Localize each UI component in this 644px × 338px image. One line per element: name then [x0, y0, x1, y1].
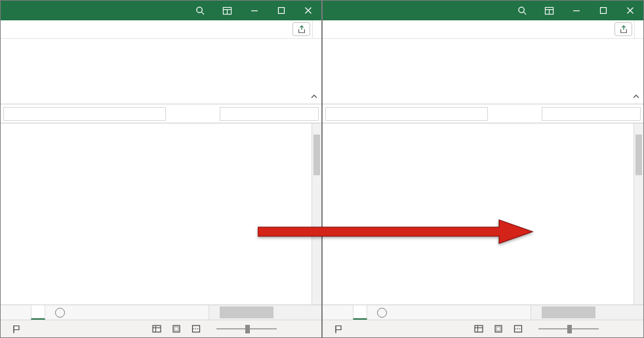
spreadsheet-grid	[323, 123, 634, 305]
scroll-up-icon[interactable]	[312, 123, 321, 133]
excel-window-left	[0, 0, 322, 338]
sheet-tab-bar	[1, 305, 321, 320]
collapse-ribbon-icon[interactable]	[632, 91, 640, 102]
search-icon[interactable]	[509, 1, 536, 20]
horizontal-scrollbar[interactable]	[209, 305, 321, 320]
ribbon-tab-bar	[323, 20, 643, 39]
close-icon[interactable]	[294, 1, 321, 20]
ribbon	[323, 39, 643, 104]
collapse-ribbon-icon[interactable]	[310, 91, 318, 102]
search-icon[interactable]	[187, 1, 214, 20]
horizontal-scroll-thumb[interactable]	[542, 306, 595, 318]
page-break-view-icon[interactable]	[189, 325, 203, 333]
accessibility-icon[interactable]	[12, 325, 20, 333]
title-bar[interactable]	[1, 1, 321, 20]
status-bar	[1, 320, 321, 337]
normal-view-icon[interactable]	[472, 325, 486, 333]
scroll-down-icon[interactable]	[312, 295, 321, 305]
ribbon	[1, 39, 321, 104]
share-button[interactable]	[614, 22, 632, 36]
red-arrow	[258, 219, 534, 244]
horizontal-scroll-thumb[interactable]	[220, 306, 273, 318]
vertical-scroll-thumb[interactable]	[635, 135, 642, 175]
add-sheet-icon[interactable]	[377, 308, 387, 318]
sheet-tab-bar	[323, 305, 643, 320]
scroll-down-icon[interactable]	[634, 295, 643, 305]
status-bar	[323, 320, 643, 337]
name-box[interactable]	[325, 107, 488, 121]
spreadsheet-grid	[1, 123, 312, 305]
formula-bar-row	[323, 104, 643, 123]
maximize-icon[interactable]	[268, 1, 294, 20]
vertical-scrollbar[interactable]	[312, 123, 321, 305]
spreadsheet-area	[323, 123, 643, 305]
zoom-slider[interactable]	[538, 320, 599, 337]
excel-window-right	[322, 0, 644, 338]
maximize-icon[interactable]	[590, 1, 616, 20]
ribbon-tabs	[323, 20, 613, 38]
horizontal-scrollbar[interactable]	[531, 305, 643, 320]
ribbon-groups	[323, 39, 643, 104]
zoom-slider-thumb[interactable]	[567, 325, 572, 333]
ribbon-tab-bar	[1, 20, 321, 39]
ribbon-display-options-icon[interactable]	[536, 1, 563, 20]
minimize-icon[interactable]	[563, 1, 590, 20]
dual-excel-screen	[0, 0, 644, 338]
spreadsheet-area	[1, 123, 321, 305]
sheet-tab-carsales-south[interactable]	[353, 305, 367, 320]
name-box[interactable]	[3, 107, 166, 121]
sheet-tab-carsales-north[interactable]	[31, 305, 45, 320]
ribbon-more-chevron-icon[interactable]	[634, 20, 643, 38]
ribbon-more-chevron-icon[interactable]	[312, 20, 321, 38]
formula-input[interactable]	[542, 107, 641, 121]
formula-bar-row	[1, 104, 321, 123]
ribbon-display-options-icon[interactable]	[214, 1, 241, 20]
add-sheet-icon[interactable]	[55, 308, 65, 318]
ribbon-tabs	[1, 20, 291, 38]
page-break-view-icon[interactable]	[511, 325, 525, 333]
vertical-scrollbar[interactable]	[634, 123, 643, 305]
zoom-slider-thumb[interactable]	[245, 325, 250, 333]
close-icon[interactable]	[616, 1, 643, 20]
formula-input[interactable]	[220, 107, 319, 121]
page-layout-view-icon[interactable]	[169, 325, 184, 333]
page-layout-view-icon[interactable]	[491, 325, 506, 333]
scroll-up-icon[interactable]	[634, 123, 643, 133]
accessibility-icon[interactable]	[334, 325, 342, 333]
vertical-scroll-thumb[interactable]	[313, 135, 320, 175]
normal-view-icon[interactable]	[150, 325, 164, 333]
zoom-slider[interactable]	[216, 320, 277, 337]
ribbon-groups	[1, 39, 321, 104]
minimize-icon[interactable]	[241, 1, 268, 20]
share-button[interactable]	[292, 22, 310, 36]
title-bar[interactable]	[323, 1, 643, 20]
